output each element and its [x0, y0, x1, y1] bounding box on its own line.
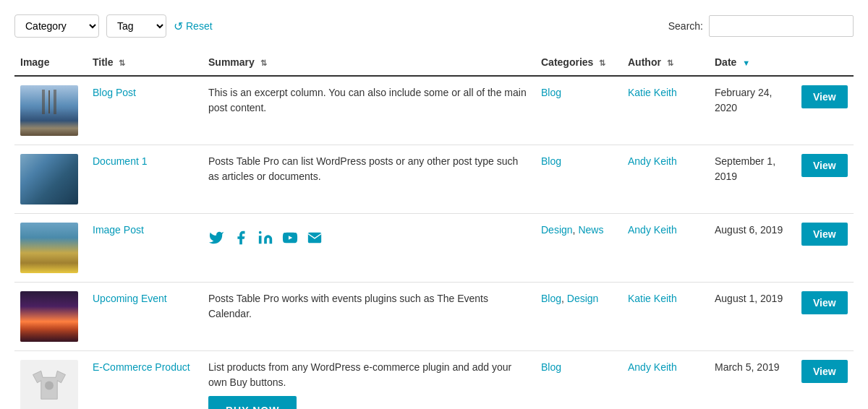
post-image-image-post	[20, 223, 78, 273]
cell-title: E-Commerce Product	[87, 351, 203, 410]
post-summary-text: This is an excerpt column. You can also …	[208, 87, 527, 113]
table-row: Upcoming EventPosts Table Pro works with…	[14, 283, 854, 351]
search-label: Search:	[668, 20, 703, 32]
cell-title: Blog Post	[87, 76, 203, 145]
toolbar: Category Tag ↺ Reset Search:	[14, 14, 854, 38]
cell-title: Upcoming Event	[87, 283, 203, 351]
search-input[interactable]	[709, 15, 854, 37]
cell-date: February 24, 2020	[709, 76, 796, 145]
view-button[interactable]: View	[801, 360, 848, 383]
col-header-date[interactable]: Date ▼	[709, 49, 796, 76]
cell-author: Katie Keith	[622, 76, 709, 145]
cell-title: Image Post	[87, 214, 203, 283]
cell-categories: Blog, Design	[535, 283, 622, 351]
buy-now-button[interactable]: BUY NOW	[208, 396, 297, 409]
date-sort-icon: ▼	[742, 59, 750, 67]
post-title-link[interactable]: Blog Post	[93, 87, 136, 98]
cell-categories: Blog	[535, 145, 622, 214]
cell-summary	[203, 214, 535, 283]
cell-action: View	[796, 214, 854, 283]
search-area: Search:	[668, 15, 854, 37]
table-row: Image PostDesign, NewsAndy KeithAugust 6…	[14, 214, 854, 283]
cell-summary: This is an excerpt column. You can also …	[203, 76, 535, 145]
reset-icon: ↺	[174, 20, 183, 33]
facebook-icon[interactable]	[233, 228, 249, 252]
table-header-row: Image Title ⇅ Summary ⇅ Categories ⇅ Aut…	[14, 49, 854, 76]
post-title-link[interactable]: Image Post	[93, 224, 144, 236]
cell-summary: Posts Table Pro can list WordPress posts…	[203, 145, 535, 214]
tag-select[interactable]: Tag	[106, 14, 166, 38]
posts-table: Image Title ⇅ Summary ⇅ Categories ⇅ Aut…	[14, 49, 854, 409]
svg-point-2	[45, 381, 54, 389]
post-summary-text: Posts Table Pro works with events plugin…	[208, 293, 488, 319]
cell-categories: Design, News	[535, 214, 622, 283]
col-header-action	[796, 49, 854, 76]
author-link[interactable]: Andy Keith	[628, 155, 677, 167]
cell-date: September 1, 2019	[709, 145, 796, 214]
reset-label: Reset	[186, 20, 213, 32]
cell-author: Andy Keith	[622, 145, 709, 214]
social-icons-container	[208, 223, 529, 258]
cell-title: Document 1	[87, 145, 203, 214]
linkedin-icon[interactable]	[258, 228, 273, 252]
table-row: Blog PostThis is an excerpt column. You …	[14, 76, 854, 145]
title-sort-icon: ⇅	[119, 59, 125, 68]
post-summary-text: List products from any WordPress e-comme…	[208, 361, 511, 388]
cell-date: August 1, 2019	[709, 283, 796, 351]
author-sort-icon: ⇅	[667, 59, 673, 68]
author-link[interactable]: Katie Keith	[628, 87, 677, 98]
category-link[interactable]: Design	[541, 224, 573, 236]
table-row: Document 1Posts Table Pro can list WordP…	[14, 145, 854, 214]
cell-action: View	[796, 351, 854, 410]
view-button[interactable]: View	[801, 154, 848, 177]
col-header-title[interactable]: Title ⇅	[87, 49, 203, 76]
col-header-image: Image	[14, 49, 87, 76]
post-summary-text: Posts Table Pro can list WordPress posts…	[208, 155, 518, 182]
cell-summary: List products from any WordPress e-comme…	[203, 351, 535, 410]
svg-point-0	[259, 231, 262, 234]
view-button[interactable]: View	[801, 85, 848, 108]
cell-categories: Blog	[535, 76, 622, 145]
col-header-summary[interactable]: Summary ⇅	[203, 49, 535, 76]
cell-action: View	[796, 145, 854, 214]
summary-sort-icon: ⇅	[260, 59, 267, 68]
author-link[interactable]: Andy Keith	[628, 224, 677, 236]
category-link[interactable]: Blog	[541, 155, 561, 167]
post-image-ecommerce	[20, 360, 78, 409]
post-title-link[interactable]: Upcoming Event	[93, 293, 167, 304]
col-header-categories[interactable]: Categories ⇅	[535, 49, 622, 76]
author-link[interactable]: Andy Keith	[628, 361, 677, 373]
cell-action: View	[796, 76, 854, 145]
cell-author: Andy Keith	[622, 351, 709, 410]
category-link[interactable]: News	[578, 224, 603, 236]
cell-image	[14, 351, 87, 410]
author-link[interactable]: Katie Keith	[628, 293, 677, 304]
cell-summary: Posts Table Pro works with events plugin…	[203, 283, 535, 351]
cell-author: Katie Keith	[622, 283, 709, 351]
cell-categories: Blog	[535, 351, 622, 410]
cell-image	[14, 283, 87, 351]
reset-button[interactable]: ↺ Reset	[174, 20, 213, 33]
cell-action: View	[796, 283, 854, 351]
category-link[interactable]: Design	[567, 293, 599, 304]
post-image-blog-post	[20, 85, 78, 136]
view-button[interactable]: View	[801, 223, 848, 246]
post-title-link[interactable]: E-Commerce Product	[93, 361, 190, 373]
category-link[interactable]: Blog	[541, 293, 561, 304]
cell-date: August 6, 2019	[709, 214, 796, 283]
view-button[interactable]: View	[801, 291, 848, 314]
cell-date: March 5, 2019	[709, 351, 796, 410]
twitter-icon[interactable]	[208, 228, 224, 252]
youtube-icon[interactable]	[282, 228, 298, 252]
cell-image	[14, 145, 87, 214]
category-select[interactable]: Category	[14, 14, 99, 38]
table-row: E-Commerce ProductList products from any…	[14, 351, 854, 410]
cell-image	[14, 76, 87, 145]
cell-image	[14, 214, 87, 283]
post-title-link[interactable]: Document 1	[93, 155, 147, 167]
categories-sort-icon: ⇅	[599, 59, 605, 68]
category-link[interactable]: Blog	[541, 87, 561, 98]
category-link[interactable]: Blog	[541, 361, 561, 373]
col-header-author[interactable]: Author ⇅	[622, 49, 709, 76]
email-icon[interactable]	[307, 228, 323, 252]
